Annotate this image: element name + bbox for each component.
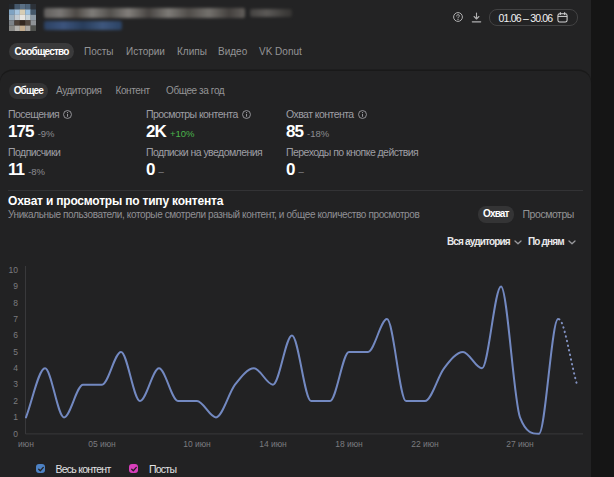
svg-text:22 июн: 22 июн bbox=[411, 439, 439, 449]
svg-text:июн: июн bbox=[18, 439, 34, 449]
svg-text:1: 1 bbox=[13, 412, 18, 422]
svg-text:10 июн: 10 июн bbox=[183, 439, 211, 449]
svg-text:4: 4 bbox=[13, 363, 18, 373]
svg-text:18 июн: 18 июн bbox=[335, 439, 363, 449]
svg-text:2: 2 bbox=[13, 396, 18, 406]
svg-text:5: 5 bbox=[13, 347, 18, 357]
svg-text:3: 3 bbox=[13, 379, 18, 389]
svg-text:27 июн: 27 июн bbox=[506, 439, 534, 449]
svg-text:6: 6 bbox=[13, 330, 18, 340]
svg-text:0: 0 bbox=[13, 429, 18, 439]
svg-text:9: 9 bbox=[13, 281, 18, 291]
svg-text:8: 8 bbox=[13, 298, 18, 308]
svg-text:7: 7 bbox=[13, 314, 18, 324]
svg-text:05 июн: 05 июн bbox=[88, 439, 116, 449]
svg-text:14 июн: 14 июн bbox=[259, 439, 287, 449]
svg-text:10: 10 bbox=[9, 265, 19, 275]
